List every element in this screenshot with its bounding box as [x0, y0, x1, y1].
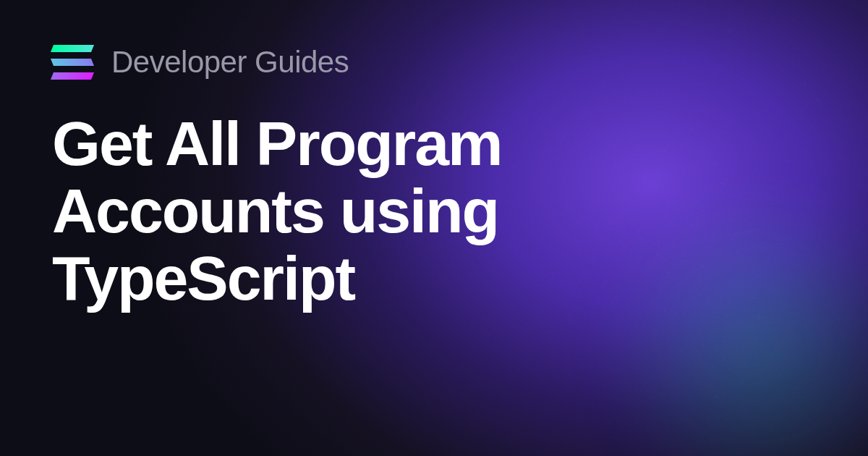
section-subtitle: Developer Guides: [111, 45, 349, 80]
content-area: Developer Guides Get All Program Account…: [0, 0, 868, 456]
page-title: Get All Program Accounts using TypeScrip…: [52, 110, 645, 312]
logo-bar: [51, 72, 94, 80]
header: Developer Guides: [52, 45, 816, 80]
logo-bar: [51, 45, 94, 52]
logo-bar: [51, 59, 94, 66]
solana-logo-icon: [52, 45, 93, 80]
